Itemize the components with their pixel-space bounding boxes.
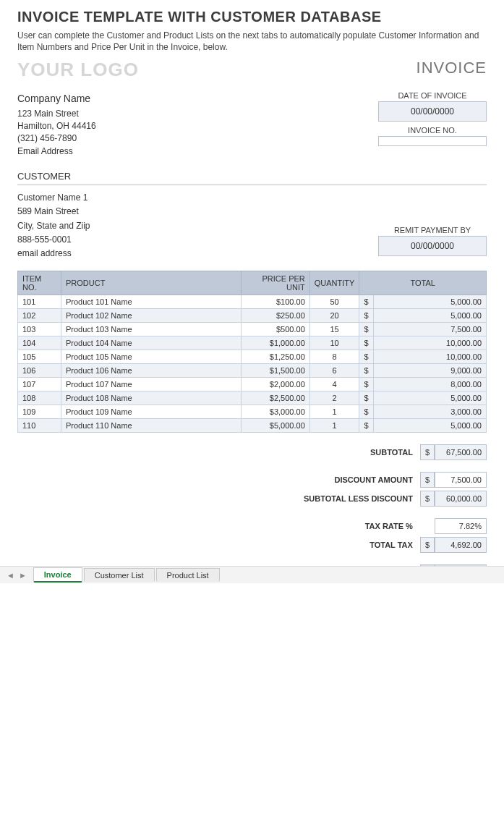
col-qty: QUANTITY: [309, 271, 359, 295]
currency-symbol: $: [359, 323, 373, 336]
cell-product[interactable]: Product 104 Name: [61, 336, 242, 350]
invoice-heading: INVOICE: [417, 59, 487, 77]
customer-heading: CUSTOMER: [17, 171, 487, 185]
total-tax-value: 4,692.00: [435, 537, 487, 553]
currency-symbol: $: [420, 537, 435, 553]
cell-total: 5,000.00: [373, 391, 487, 405]
cell-total: 3,000.00: [373, 405, 487, 419]
date-of-invoice-label: DATE OF INVOICE: [378, 91, 487, 100]
table-row[interactable]: 104Product 104 Name$1,000.0010$10,000.00: [18, 336, 487, 350]
total-tax-label: TOTAL TAX: [299, 537, 420, 553]
customer-city: City, State and Ziip: [17, 219, 90, 233]
cell-product[interactable]: Product 103 Name: [61, 323, 242, 336]
company-city: Hamilton, OH 44416: [17, 120, 96, 132]
sheet-tabs: ◄ ► Invoice Customer List Product List: [0, 566, 504, 583]
nav-next-icon[interactable]: ►: [17, 571, 29, 580]
cell-qty[interactable]: 50: [309, 295, 359, 309]
cell-product[interactable]: Product 110 Name: [61, 419, 242, 433]
cell-ppu[interactable]: $100.00: [241, 295, 309, 309]
tax-rate-value[interactable]: 7.82%: [435, 518, 487, 534]
tab-product-list[interactable]: Product List: [156, 568, 220, 582]
sheet-nav: ◄ ►: [0, 571, 33, 580]
table-row[interactable]: 107Product 107 Name$2,000.004$8,000.00: [18, 378, 487, 391]
tab-invoice[interactable]: Invoice: [33, 567, 82, 583]
date-of-invoice-field[interactable]: 00/00/0000: [378, 101, 487, 122]
cell-qty[interactable]: 1: [309, 405, 359, 419]
cell-itemno[interactable]: 108: [18, 391, 61, 405]
nav-prev-icon[interactable]: ◄: [4, 571, 17, 580]
cell-itemno[interactable]: 107: [18, 378, 61, 391]
cell-qty[interactable]: 20: [309, 309, 359, 323]
cell-itemno[interactable]: 104: [18, 336, 61, 350]
cell-ppu[interactable]: $2,500.00: [241, 391, 309, 405]
table-row[interactable]: 101Product 101 Name$100.0050$5,000.00: [18, 295, 487, 309]
cell-itemno[interactable]: 106: [18, 364, 61, 378]
cell-qty[interactable]: 15: [309, 323, 359, 336]
remit-field[interactable]: 00/00/0000: [378, 236, 487, 256]
cell-product[interactable]: Product 106 Name: [61, 364, 242, 378]
currency-symbol: $: [420, 491, 435, 507]
currency-symbol: $: [359, 295, 373, 309]
subtotal-value: 67,500.00: [435, 444, 487, 460]
less-discount-value: 60,000.00: [435, 491, 487, 507]
cell-product[interactable]: Product 109 Name: [61, 405, 242, 419]
invoice-no-field[interactable]: [378, 136, 487, 146]
company-street: 123 Main Street: [17, 108, 96, 120]
cell-itemno[interactable]: 102: [18, 309, 61, 323]
cell-total: 5,000.00: [373, 419, 487, 433]
cell-ppu[interactable]: $1,000.00: [241, 336, 309, 350]
cell-ppu[interactable]: $1,250.00: [241, 350, 309, 364]
cell-product[interactable]: Product 108 Name: [61, 391, 242, 405]
cell-ppu[interactable]: $2,000.00: [241, 378, 309, 391]
currency-symbol: $: [359, 378, 373, 391]
col-ppu: PRICE PER UNIT: [241, 271, 309, 295]
col-itemno: ITEM NO.: [18, 271, 61, 295]
cell-product[interactable]: Product 102 Name: [61, 309, 242, 323]
cell-product[interactable]: Product 107 Name: [61, 378, 242, 391]
cell-qty[interactable]: 2: [309, 391, 359, 405]
currency-symbol: $: [359, 364, 373, 378]
cell-total: 9,000.00: [373, 364, 487, 378]
table-row[interactable]: 108Product 108 Name$2,500.002$5,000.00: [18, 391, 487, 405]
customer-name: Customer Name 1: [17, 191, 90, 205]
table-row[interactable]: 105Product 105 Name$1,250.008$10,000.00: [18, 350, 487, 364]
table-row[interactable]: 110Product 110 Name$5,000.001$5,000.00: [18, 419, 487, 433]
cell-itemno[interactable]: 110: [18, 419, 61, 433]
company-phone: (321) 456-7890: [17, 132, 96, 145]
cell-qty[interactable]: 4: [309, 378, 359, 391]
cell-ppu[interactable]: $5,000.00: [241, 419, 309, 433]
cell-qty[interactable]: 6: [309, 364, 359, 378]
remit-label: REMIT PAYMENT BY: [378, 226, 487, 234]
cell-ppu[interactable]: $500.00: [241, 323, 309, 336]
cell-total: 8,000.00: [373, 378, 487, 391]
cell-itemno[interactable]: 109: [18, 405, 61, 419]
discount-value[interactable]: 7,500.00: [435, 472, 487, 488]
cell-product[interactable]: Product 101 Name: [61, 295, 242, 309]
tax-rate-label: TAX RATE %: [299, 518, 420, 534]
cell-total: 7,500.00: [373, 323, 487, 336]
currency-symbol: $: [359, 309, 373, 323]
cell-itemno[interactable]: 103: [18, 323, 61, 336]
table-row[interactable]: 106Product 106 Name$1,500.006$9,000.00: [18, 364, 487, 378]
currency-symbol: $: [420, 444, 435, 460]
cell-total: 5,000.00: [373, 309, 487, 323]
cell-itemno[interactable]: 101: [18, 295, 61, 309]
cell-qty[interactable]: 1: [309, 419, 359, 433]
page-title: INVOICE TEMPLATE WITH CUSTOMER DATABASE: [17, 9, 487, 25]
table-row[interactable]: 102Product 102 Name$250.0020$5,000.00: [18, 309, 487, 323]
table-row[interactable]: 103Product 103 Name$500.0015$7,500.00: [18, 323, 487, 336]
cell-product[interactable]: Product 105 Name: [61, 350, 242, 364]
cell-total: 10,000.00: [373, 336, 487, 350]
company-email: Email Address: [17, 145, 96, 158]
company-name: Company Name: [17, 91, 96, 106]
cell-itemno[interactable]: 105: [18, 350, 61, 364]
cell-qty[interactable]: 10: [309, 336, 359, 350]
table-row[interactable]: 109Product 109 Name$3,000.001$3,000.00: [18, 405, 487, 419]
cell-ppu[interactable]: $1,500.00: [241, 364, 309, 378]
cell-ppu[interactable]: $250.00: [241, 309, 309, 323]
cell-ppu[interactable]: $3,000.00: [241, 405, 309, 419]
customer-block: Customer Name 1 589 Main Street City, St…: [17, 191, 90, 261]
cell-qty[interactable]: 8: [309, 350, 359, 364]
currency-symbol: $: [359, 419, 373, 433]
tab-customer-list[interactable]: Customer List: [84, 568, 155, 582]
